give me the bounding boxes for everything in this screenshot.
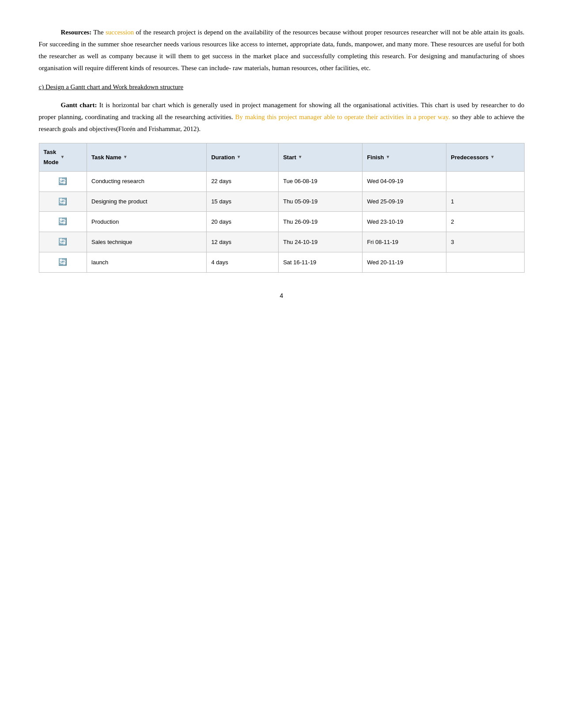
task-mode-icon: 🔄 bbox=[58, 256, 67, 269]
page-content: Resources: The succession of the researc… bbox=[39, 26, 525, 301]
task-mode-cell: 🔄 bbox=[39, 191, 87, 212]
table-row: 🔄Sales technique12 daysThu 24-10-19Fri 0… bbox=[39, 232, 524, 252]
task-mode-icon: 🔄 bbox=[58, 215, 67, 228]
gantt-orange-text: By making this project manager able to o… bbox=[235, 113, 450, 120]
sort-arrow-task-mode[interactable]: ▼ bbox=[60, 153, 64, 161]
task-mode-cell: 🔄 bbox=[39, 212, 87, 232]
sort-arrow-task-name[interactable]: ▼ bbox=[123, 153, 128, 161]
finish-cell: Wed 04-09-19 bbox=[363, 171, 446, 191]
task-name-cell: Conducting research bbox=[87, 171, 207, 191]
start-cell: Tue 06-08-19 bbox=[279, 171, 363, 191]
predecessors-cell bbox=[446, 252, 524, 272]
gantt-intro-paragraph: Gantt chart: It is horizontal bar chart … bbox=[39, 99, 525, 135]
sort-arrow-finish[interactable]: ▼ bbox=[385, 153, 390, 161]
table-row: 🔄Production20 daysThu 26-09-19Wed 23-10-… bbox=[39, 212, 524, 232]
predecessors-cell: 2 bbox=[446, 212, 524, 232]
task-mode-cell: 🔄 bbox=[39, 171, 87, 191]
gantt-table: TaskMode ▼ Task Name ▼ Duration ▼ bbox=[39, 143, 525, 273]
task-mode-cell: 🔄 bbox=[39, 252, 87, 272]
task-mode-cell: 🔄 bbox=[39, 232, 87, 252]
finish-cell: Wed 23-10-19 bbox=[363, 212, 446, 232]
duration-cell: 12 days bbox=[207, 232, 279, 252]
th-task-mode[interactable]: TaskMode ▼ bbox=[39, 143, 87, 172]
predecessors-cell: 1 bbox=[446, 191, 524, 212]
predecessors-cell: 3 bbox=[446, 232, 524, 252]
th-predecessors[interactable]: Predecessors ▼ bbox=[446, 143, 524, 172]
gantt-table-wrapper: TaskMode ▼ Task Name ▼ Duration ▼ bbox=[39, 143, 525, 273]
th-start-label: Start bbox=[283, 152, 296, 162]
duration-cell: 4 days bbox=[207, 252, 279, 272]
task-name-cell: Designing the product bbox=[87, 191, 207, 212]
page-number: 4 bbox=[39, 290, 525, 301]
task-name-cell: launch bbox=[87, 252, 207, 272]
task-name-cell: Production bbox=[87, 212, 207, 232]
succession-word: succession bbox=[106, 29, 134, 36]
th-task-name-label: Task Name bbox=[91, 152, 121, 162]
sort-arrow-duration[interactable]: ▼ bbox=[237, 153, 241, 161]
predecessors-cell bbox=[446, 171, 524, 191]
resources-label: Resources: bbox=[61, 29, 92, 36]
sort-arrow-start[interactable]: ▼ bbox=[298, 153, 302, 161]
duration-cell: 22 days bbox=[207, 171, 279, 191]
finish-cell: Wed 20-11-19 bbox=[363, 252, 446, 272]
th-finish-label: Finish bbox=[367, 152, 384, 162]
resources-text-pre: The bbox=[93, 29, 106, 36]
table-row: 🔄launch4 daysSat 16-11-19Wed 20-11-19 bbox=[39, 252, 524, 272]
task-mode-icon: 🔄 bbox=[58, 195, 67, 208]
start-cell: Thu 24-10-19 bbox=[279, 232, 363, 252]
th-duration[interactable]: Duration ▼ bbox=[207, 143, 279, 172]
finish-cell: Fri 08-11-19 bbox=[363, 232, 446, 252]
th-duration-label: Duration bbox=[211, 152, 234, 162]
start-cell: Sat 16-11-19 bbox=[279, 252, 363, 272]
th-task-name[interactable]: Task Name ▼ bbox=[87, 143, 207, 172]
th-finish[interactable]: Finish ▼ bbox=[363, 143, 446, 172]
resources-paragraph: Resources: The succession of the researc… bbox=[39, 26, 525, 74]
table-header: TaskMode ▼ Task Name ▼ Duration ▼ bbox=[39, 143, 524, 172]
gantt-chart-label: Gantt chart: bbox=[61, 101, 97, 109]
table-body: 🔄Conducting research22 daysTue 06-08-19W… bbox=[39, 171, 524, 272]
start-cell: Thu 05-09-19 bbox=[279, 191, 363, 212]
task-name-cell: Sales technique bbox=[87, 232, 207, 252]
sort-arrow-predecessors[interactable]: ▼ bbox=[490, 153, 495, 161]
page-number-value: 4 bbox=[280, 292, 283, 299]
th-predecessors-label: Predecessors bbox=[451, 152, 488, 162]
duration-cell: 15 days bbox=[207, 191, 279, 212]
table-header-row: TaskMode ▼ Task Name ▼ Duration ▼ bbox=[39, 143, 524, 172]
task-mode-icon: 🔄 bbox=[58, 236, 67, 248]
duration-cell: 20 days bbox=[207, 212, 279, 232]
section-heading: c) Design a Gantt chart and Work breakdo… bbox=[39, 81, 525, 93]
th-task-mode-label: TaskMode bbox=[44, 147, 59, 168]
table-row: 🔄Conducting research22 daysTue 06-08-19W… bbox=[39, 171, 524, 191]
table-row: 🔄Designing the product15 daysThu 05-09-1… bbox=[39, 191, 524, 212]
finish-cell: Wed 25-09-19 bbox=[363, 191, 446, 212]
th-start[interactable]: Start ▼ bbox=[279, 143, 363, 172]
start-cell: Thu 26-09-19 bbox=[279, 212, 363, 232]
task-mode-icon: 🔄 bbox=[58, 175, 67, 188]
